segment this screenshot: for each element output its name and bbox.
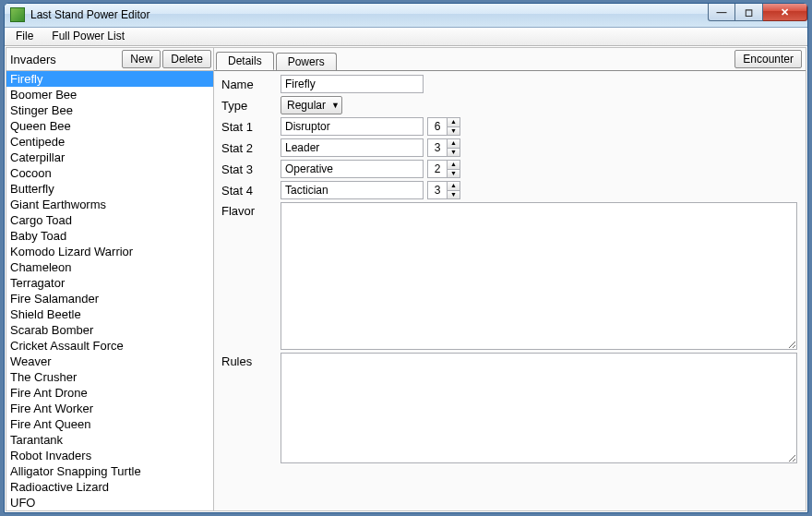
label-stat4: Stat 4	[221, 184, 277, 198]
tab-bar: Details Powers Encounter	[214, 48, 806, 71]
maximize-button[interactable]: ◻	[735, 4, 763, 21]
list-item[interactable]: Boomer Bee	[6, 87, 213, 102]
list-item[interactable]: Stinger Bee	[6, 102, 213, 118]
minimize-icon: —	[717, 6, 727, 18]
left-panel: Invaders New Delete FireflyBoomer BeeSti…	[6, 48, 214, 510]
stat3-value-spinner[interactable]: 2▲▼	[427, 160, 460, 178]
spinner-up-icon[interactable]: ▲	[448, 161, 460, 170]
label-flavor: Flavor	[221, 202, 277, 218]
close-button[interactable]: ✕	[763, 4, 807, 21]
list-item[interactable]: Caterpillar	[6, 150, 213, 165]
delete-button[interactable]: Delete	[162, 50, 211, 68]
invader-list[interactable]: FireflyBoomer BeeStinger BeeQueen BeeCen…	[6, 70, 213, 510]
name-input[interactable]	[281, 75, 424, 93]
spinner-down-icon[interactable]: ▼	[448, 127, 460, 136]
tab-details[interactable]: Details	[216, 52, 274, 70]
encounter-button[interactable]: Encounter	[734, 50, 802, 68]
maximize-icon: ◻	[745, 6, 753, 18]
spinner-down-icon[interactable]: ▼	[448, 170, 460, 178]
app-icon	[10, 7, 25, 22]
list-item[interactable]: The Crusher	[6, 369, 213, 385]
label-type: Type	[221, 99, 277, 113]
list-item[interactable]: Fire Ant Queen	[6, 416, 213, 432]
list-item[interactable]: Tarantank	[6, 432, 213, 448]
label-stat3: Stat 3	[221, 162, 277, 176]
right-panel: Details Powers Encounter Name Type Regul…	[214, 48, 806, 510]
list-item[interactable]: Cargo Toad	[6, 212, 213, 228]
spinner-down-icon[interactable]: ▼	[448, 149, 460, 157]
list-item[interactable]: Terragator	[6, 275, 213, 291]
window-title: Last Stand Power Editor	[30, 8, 149, 21]
stat2-name-input[interactable]	[281, 138, 424, 157]
left-panel-header: Invaders New Delete	[6, 48, 213, 70]
left-panel-title: Invaders	[10, 53, 120, 66]
list-item[interactable]: Fire Ant Drone	[6, 385, 213, 401]
chevron-down-icon: ▼	[331, 101, 340, 110]
list-item[interactable]: Queen Bee	[6, 118, 213, 134]
label-stat1: Stat 1	[221, 120, 277, 134]
list-item[interactable]: Centipede	[6, 134, 213, 150]
stat1-value: 6	[428, 118, 447, 135]
stat4-value-spinner[interactable]: 3▲▼	[427, 181, 460, 199]
list-item[interactable]: Butterfly	[6, 181, 213, 197]
label-name: Name	[221, 78, 277, 91]
list-item[interactable]: Scarab Bomber	[6, 322, 213, 338]
type-dropdown[interactable]: Regular▼	[281, 96, 342, 114]
details-form: Name Type Regular▼ Stat 1 6▲▼ Stat 2 3▲▼…	[214, 71, 806, 467]
stat4-name-input[interactable]	[281, 181, 424, 199]
spinner-up-icon[interactable]: ▲	[448, 118, 460, 127]
list-item[interactable]: Robot Invaders	[6, 448, 213, 463]
list-item[interactable]: Chameleon	[6, 259, 213, 275]
spinner-up-icon[interactable]: ▲	[448, 182, 460, 191]
list-item[interactable]: Baby Toad	[6, 228, 213, 244]
list-item[interactable]: Cocoon	[6, 165, 213, 181]
app-window: Last Stand Power Editor — ◻ ✕ File Full …	[4, 3, 808, 513]
stat1-name-input[interactable]	[281, 117, 424, 136]
content-area: Invaders New Delete FireflyBoomer BeeSti…	[6, 47, 806, 511]
menu-full-power-list[interactable]: Full Power List	[44, 28, 132, 44]
minimize-button[interactable]: —	[708, 4, 735, 21]
list-item[interactable]: Shield Beetle	[6, 306, 213, 322]
menubar: File Full Power List	[5, 28, 807, 46]
stat2-value-spinner[interactable]: 3▲▼	[427, 138, 460, 157]
stat4-value: 3	[428, 182, 447, 198]
spinner-up-icon[interactable]: ▲	[448, 139, 460, 149]
flavor-textarea[interactable]	[281, 202, 797, 350]
stat2-value: 3	[428, 139, 447, 156]
list-item[interactable]: Alligator Snapping Turtle	[6, 463, 213, 479]
list-item[interactable]: Komodo Lizard Warrior	[6, 244, 213, 259]
rules-textarea[interactable]	[281, 353, 797, 463]
type-value: Regular	[287, 99, 326, 112]
list-item[interactable]: Firefly	[6, 71, 213, 87]
list-item[interactable]: Fire Ant Worker	[6, 401, 213, 416]
list-item[interactable]: Weaver	[6, 354, 213, 369]
tab-powers[interactable]: Powers	[276, 53, 337, 70]
new-button[interactable]: New	[122, 50, 161, 68]
list-item[interactable]: Giant Earthworms	[6, 197, 213, 212]
stat1-value-spinner[interactable]: 6▲▼	[427, 117, 460, 136]
list-item[interactable]: UFO	[6, 495, 213, 510]
spinner-down-icon[interactable]: ▼	[448, 191, 460, 199]
list-item[interactable]: Fire Salamander	[6, 291, 213, 306]
label-stat2: Stat 2	[221, 141, 277, 155]
stat3-value: 2	[428, 161, 447, 177]
close-icon: ✕	[781, 6, 789, 18]
menu-file[interactable]: File	[8, 28, 41, 44]
label-rules: Rules	[221, 353, 277, 368]
list-item[interactable]: Cricket Assault Force	[6, 338, 213, 354]
stat3-name-input[interactable]	[281, 160, 424, 178]
window-controls: — ◻ ✕	[708, 4, 807, 21]
titlebar: Last Stand Power Editor — ◻ ✕	[5, 4, 807, 28]
list-item[interactable]: Radioactive Lizard	[6, 479, 213, 495]
